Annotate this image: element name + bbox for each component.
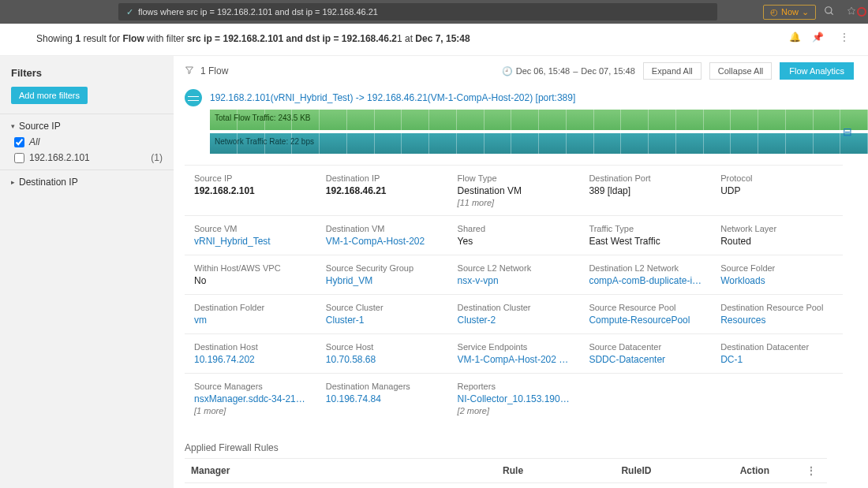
details-cell: Within Host/AWS VPCNo bbox=[185, 255, 316, 294]
details-cell: Traffic TypeEast West Traffic bbox=[579, 216, 711, 255]
filter-ip-checkbox[interactable] bbox=[14, 153, 24, 163]
bell-icon[interactable]: 🔔 bbox=[789, 32, 801, 43]
more-menu-icon[interactable]: ⋮ bbox=[835, 32, 854, 43]
details-value[interactable]: SDDC-Datacenter bbox=[589, 354, 702, 365]
details-label: Source Datacenter bbox=[589, 342, 702, 352]
details-value[interactable]: Cluster-2 bbox=[458, 315, 571, 326]
now-label: Now bbox=[781, 7, 799, 17]
details-label: Source Folder bbox=[720, 263, 833, 273]
details-value[interactable]: Compute-ResourcePool bbox=[589, 315, 702, 326]
check-icon: ✓ bbox=[126, 7, 133, 17]
details-label: Source L2 Network bbox=[458, 263, 571, 273]
total-flow-traffic-band[interactable]: Total Flow Traffic: 243.5 KB bbox=[210, 110, 868, 130]
details-value[interactable]: 10.196.74.202 bbox=[194, 354, 307, 365]
svg-line-1 bbox=[831, 12, 833, 14]
flow-analytics-button[interactable]: Flow Analytics bbox=[780, 62, 854, 80]
pin-outline-icon[interactable]: 📌 bbox=[812, 32, 824, 43]
flow-dst-link[interactable]: 192.168.46.21(VM-1-CompA-Host-202) bbox=[367, 92, 535, 103]
filter-source-ip-toggle[interactable]: Source IP bbox=[11, 121, 163, 132]
add-more-filters-button[interactable]: Add more filters bbox=[11, 87, 88, 104]
details-cell: Source IP192.168.2.101 bbox=[185, 166, 316, 215]
notification-dot-icon[interactable] bbox=[857, 7, 866, 17]
firewall-rules-table: Manager Rule RuleID Action ⋮ nsxManager.… bbox=[185, 458, 827, 488]
details-label: Destination Datacenter bbox=[720, 342, 833, 352]
details-value[interactable]: Cluster-1 bbox=[326, 315, 439, 326]
details-cell: Destination Managers10.196.74.84 bbox=[316, 374, 448, 423]
details-label: Source Resource Pool bbox=[589, 303, 702, 312]
flow-port: [port:389] bbox=[536, 92, 576, 103]
summary-mid2: with filter bbox=[144, 33, 187, 44]
filter-all-checkbox[interactable] bbox=[14, 137, 24, 147]
time-range[interactable]: 🕘 Dec 06, 15:48 – Dec 07, 15:48 bbox=[502, 66, 635, 76]
th-ruleid[interactable]: RuleID bbox=[615, 459, 733, 483]
details-value: Routed bbox=[720, 236, 833, 247]
details-cell: Source FolderWorkloads bbox=[711, 255, 843, 294]
details-label: Reporters bbox=[458, 382, 571, 391]
details-cell: Destination IP192.168.46.21 bbox=[316, 166, 448, 215]
filters-heading: Filters bbox=[0, 64, 174, 87]
table-row[interactable]: nsxManager.sddc-34-218-191-237.vmwarevmc… bbox=[185, 483, 827, 489]
details-label: Destination Port bbox=[589, 173, 702, 183]
details-value[interactable]: 10.70.58.68 bbox=[326, 354, 439, 365]
firewall-section-title: Applied Firewall Rules bbox=[185, 442, 868, 453]
collapse-card-icon[interactable]: ⊟ bbox=[843, 125, 852, 138]
band1-label: Total Flow Traffic: 243.5 KB bbox=[215, 114, 311, 122]
details-more[interactable]: [2 more] bbox=[458, 406, 571, 415]
flow-src-link[interactable]: 192.168.2.101(vRNI_Hybrid_Test) bbox=[210, 92, 353, 103]
clock-range-icon: 🕘 bbox=[502, 66, 513, 76]
details-value: 192.168.2.101 bbox=[194, 185, 307, 196]
details-value[interactable]: Workloads bbox=[720, 275, 833, 286]
details-value: 192.168.46.21 bbox=[326, 185, 439, 196]
th-manager[interactable]: Manager bbox=[185, 459, 496, 483]
summary-mid1: result for bbox=[80, 33, 122, 44]
details-label: Source VM bbox=[194, 224, 307, 233]
flow-header: 192.168.2.101(vRNI_Hybrid_Test) -> 192.1… bbox=[185, 89, 868, 106]
details-label: Destination Host bbox=[194, 342, 307, 352]
expand-all-button[interactable]: Expand All bbox=[643, 62, 702, 80]
details-value[interactable]: nsx-v-vpn bbox=[458, 275, 571, 286]
collapse-all-button[interactable]: Collapse All bbox=[709, 62, 772, 80]
details-value[interactable]: DC-1 bbox=[720, 354, 833, 365]
time-now-button[interactable]: ◴ Now ⌄ bbox=[763, 5, 816, 20]
details-value[interactable]: vm bbox=[194, 315, 307, 326]
details-cell: Flow TypeDestination VM[11 more] bbox=[448, 166, 580, 215]
network-traffic-rate-band[interactable]: Network Traffic Rate: 22 bps bbox=[210, 133, 868, 154]
filter-opt-all[interactable]: All bbox=[11, 132, 163, 147]
details-value[interactable]: VM-1-CompA-Host-202 bbox=[326, 236, 439, 247]
details-value[interactable]: nsxManager.sddc-34-218-19... bbox=[194, 393, 307, 404]
details-value[interactable]: VM-1-CompA-Host-202 (19... bbox=[458, 354, 571, 365]
table-more-icon[interactable]: ⋮ bbox=[802, 465, 821, 476]
details-value[interactable]: vRNI_Hybrid_Test bbox=[194, 236, 307, 247]
details-value[interactable]: NI-Collector_10.153.190.68 bbox=[458, 393, 571, 404]
svg-point-0 bbox=[825, 6, 832, 13]
filter-dest-ip-toggle[interactable]: Destination IP bbox=[11, 177, 163, 188]
summary-filter: src ip = 192.168.2.101 and dst ip = 192.… bbox=[187, 33, 397, 44]
details-value[interactable]: 10.196.74.84 bbox=[326, 393, 439, 404]
details-value[interactable]: Hybrid_VM bbox=[326, 275, 439, 286]
cell-manager[interactable]: nsxManager.sddc-34-218-191-237.vmwarevmc… bbox=[185, 483, 496, 489]
details-label: Traffic Type bbox=[589, 224, 702, 233]
details-value: Destination VM bbox=[458, 185, 571, 196]
search-query-text: flows where src ip = 192.168.2.101 and d… bbox=[138, 7, 378, 17]
details-label: Destination Cluster bbox=[458, 303, 571, 312]
th-action[interactable]: Action bbox=[734, 459, 795, 483]
th-rule[interactable]: Rule bbox=[496, 459, 615, 483]
search-query-pill[interactable]: ✓ flows where src ip = 192.168.2.101 and… bbox=[118, 3, 717, 20]
filter-group-dest-ip: Destination IP bbox=[0, 169, 174, 194]
funnel-icon[interactable] bbox=[185, 65, 194, 77]
details-label: Within Host/AWS VPC bbox=[194, 263, 307, 273]
search-icon[interactable] bbox=[821, 6, 838, 19]
details-cell: Source Security GroupHybrid_VM bbox=[316, 255, 448, 294]
cell-rule[interactable]: VMC_Hybrid_Any bbox=[496, 483, 615, 489]
details-cell: ProtocolUDP bbox=[711, 166, 843, 215]
details-more[interactable]: [11 more] bbox=[458, 198, 571, 207]
flow-title[interactable]: 192.168.2.101(vRNI_Hybrid_Test) -> 192.1… bbox=[210, 92, 575, 103]
details-more[interactable]: [1 more] bbox=[194, 406, 307, 415]
details-value[interactable]: Resources bbox=[720, 315, 833, 326]
details-value[interactable]: compA-comB-duplicate-ips bbox=[589, 275, 702, 286]
details-cell: Destination VMVM-1-CompA-Host-202 bbox=[316, 216, 448, 255]
filter-ip-count: (1) bbox=[151, 152, 163, 163]
time-to: Dec 07, 15:48 bbox=[581, 66, 635, 76]
details-cell bbox=[579, 374, 711, 423]
filter-opt-ip[interactable]: 192.168.2.101 (1) bbox=[11, 147, 163, 163]
